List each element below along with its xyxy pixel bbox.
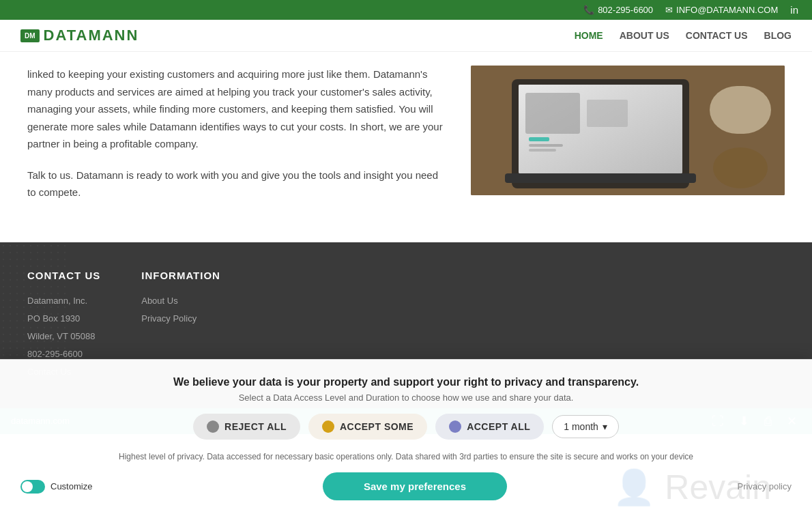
phone-icon: 📞 [583, 5, 594, 15]
nav-blog[interactable]: BLOG [764, 30, 792, 41]
reject-icon [207, 420, 219, 433]
main-content: linked to keeping your existing customer… [0, 52, 812, 242]
svg-rect-11 [529, 149, 556, 152]
svg-rect-9 [529, 137, 549, 141]
accept-some-icon [322, 420, 334, 433]
footer-info-about[interactable]: About Us [141, 292, 220, 310]
accept-all-button[interactable]: ACCEPT ALL [435, 414, 544, 434]
nav-home[interactable]: HOME [575, 30, 603, 41]
accept-all-icon [449, 420, 461, 433]
accept-all-label: ACCEPT ALL [467, 421, 530, 432]
logo-text: DATAMANN [44, 27, 139, 44]
content-text: linked to keeping your existing customer… [27, 66, 444, 215]
accept-some-button[interactable]: ACCEPT SOME [308, 414, 427, 434]
footer-info-heading: INFORMATION [141, 270, 220, 281]
linkedin-icon[interactable]: in [790, 4, 798, 16]
email-address: INFO@DATAMANN.COM [676, 5, 778, 15]
top-bar-phone: 📞 802-295-6600 [583, 5, 653, 15]
duration-value: 1 month [564, 421, 598, 432]
reject-label: REJECT ALL [224, 421, 287, 432]
content-image [471, 66, 785, 215]
cookie-banner: We believe your data is your property an… [0, 359, 812, 434]
email-icon: ✉ [665, 5, 673, 15]
top-bar-email[interactable]: ✉ INFO@DATAMANN.COM [665, 5, 778, 15]
svg-rect-10 [529, 144, 563, 147]
laptop-image [471, 66, 785, 195]
logo-icon: DM [20, 29, 40, 42]
logo[interactable]: DM DATAMANN [20, 27, 139, 44]
reject-all-button[interactable]: REJECT ALL [193, 414, 300, 434]
nav-about[interactable]: ABOUT US [620, 30, 669, 41]
phone-number: 802-295-6600 [598, 5, 653, 15]
nav-contact[interactable]: CONTACT US [686, 30, 748, 41]
accept-some-label: ACCEPT SOME [340, 421, 414, 432]
content-paragraph2: Talk to us. Datamann is ready to work wi… [27, 167, 444, 201]
cookie-subtitle: Select a Data Access Level and Duration … [20, 392, 792, 403]
svg-rect-5 [710, 86, 771, 134]
navbar: DM DATAMANN HOME ABOUT US CONTACT US BLO… [0, 20, 812, 52]
svg-rect-4 [505, 173, 696, 183]
chevron-down-icon: ▾ [603, 421, 607, 432]
svg-point-6 [713, 147, 768, 188]
svg-rect-8 [587, 100, 628, 127]
cookie-header: We believe your data is your property an… [20, 376, 792, 403]
svg-rect-7 [525, 93, 580, 134]
nav-links: HOME ABOUT US CONTACT US BLOG [575, 30, 792, 41]
duration-select[interactable]: 1 month ▾ [552, 415, 619, 434]
cookie-title: We believe your data is your property an… [20, 376, 792, 388]
top-bar: 📞 802-295-6600 ✉ INFO@DATAMANN.COM in [0, 0, 812, 20]
footer-info-privacy[interactable]: Privacy Policy [141, 310, 220, 328]
cookie-buttons: REJECT ALL ACCEPT SOME ACCEPT ALL 1 mont… [20, 414, 792, 434]
content-paragraph1: linked to keeping your existing customer… [27, 66, 444, 153]
